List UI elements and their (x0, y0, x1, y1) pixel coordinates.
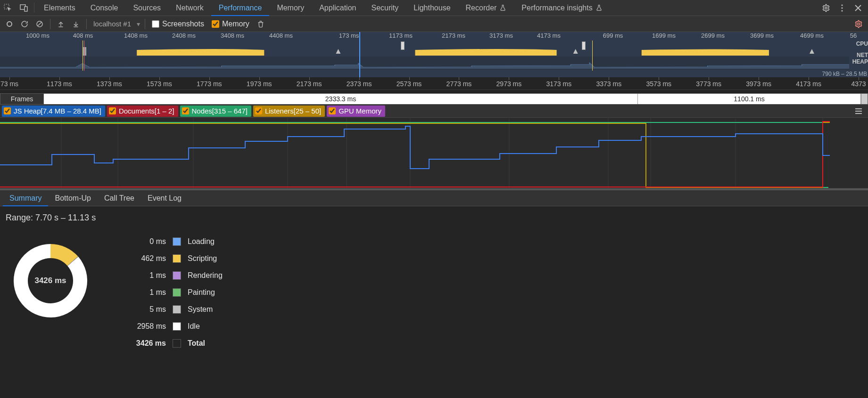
memory-legend: JS Heap[7.4 MB – 28.4 MB]Documents[1 – 2… (0, 105, 868, 118)
timeline-overview[interactable]: 1000 ms408 ms1408 ms2408 ms3408 ms4408 m… (0, 32, 868, 77)
tab-network[interactable]: Network (168, 0, 211, 16)
summary-donut-chart: 3426 ms (11, 242, 90, 320)
timescale-tick: 3573 ms (646, 80, 671, 88)
overview-heap-band (0, 57, 849, 70)
tab-memory[interactable]: Memory (269, 0, 312, 16)
summary-legend-row: 1 msPainting (114, 284, 223, 301)
details-tab-call-tree[interactable]: Call Tree (98, 190, 141, 206)
overview-tick: 3699 ms (750, 32, 774, 39)
details-tabs: SummaryBottom-UpCall TreeEvent Log (0, 188, 868, 206)
frame-scroll-knob[interactable] (861, 94, 868, 104)
svg-point-5 (841, 7, 843, 8)
close-devtools-icon[interactable] (850, 4, 866, 12)
overview-handle-right[interactable] (582, 41, 586, 50)
summary-legend-row: 5 msSystem (114, 301, 223, 318)
svg-point-8 (858, 23, 860, 25)
overview-heap-range: 790 kB – 28.5 MB (822, 71, 867, 77)
svg-marker-12 (810, 49, 814, 54)
overview-tick: 1000 ms (26, 32, 50, 39)
details-tab-bottom-up[interactable]: Bottom-Up (48, 190, 97, 206)
timescale-tick: 2973 ms (496, 80, 522, 88)
details-tab-event-log[interactable]: Event Log (141, 190, 188, 206)
overview-tick: 3173 ms (489, 32, 513, 39)
kebab-menu-icon[interactable] (834, 4, 850, 12)
device-toggle-icon[interactable] (16, 0, 32, 16)
beaker-icon (595, 4, 603, 11)
frames-track-header[interactable]: Frames (0, 94, 44, 104)
legend-chip-documents[interactable]: Documents[1 – 2] (107, 106, 178, 117)
overview-tick: 3408 ms (221, 32, 244, 39)
settings-gear-icon[interactable] (818, 4, 834, 12)
tab-elements[interactable]: Elements (36, 0, 83, 16)
frame-item[interactable]: 2333.3 ms (44, 94, 638, 104)
overview-net-label: NET (849, 52, 868, 58)
overview-tick: 173 ms (339, 32, 359, 39)
tab-performance-insights[interactable]: Performance insights (514, 0, 610, 16)
svg-marker-11 (573, 49, 578, 54)
svg-rect-2 (25, 7, 27, 11)
tab-console[interactable]: Console (83, 0, 126, 16)
tab-application[interactable]: Application (312, 0, 364, 16)
overview-tick: 2699 ms (701, 32, 725, 39)
overview-tick: 699 ms (603, 32, 623, 39)
svg-marker-10 (336, 49, 340, 54)
overview-tick: 4173 ms (537, 32, 561, 39)
summary-legend-row: 2958 msIdle (114, 318, 223, 335)
overview-tick: 1408 ms (124, 32, 148, 39)
download-profile-button[interactable] (68, 16, 83, 32)
frames-track[interactable]: Frames 2333.3 ms 1100.1 ms (0, 93, 868, 105)
timescale-tick: 4173 ms (796, 80, 821, 88)
beaker-icon (499, 4, 506, 11)
screenshots-checkbox[interactable]: Screenshots (152, 20, 204, 28)
capture-settings-gear-icon[interactable] (851, 16, 866, 32)
reload-record-button[interactable] (17, 16, 32, 32)
tabbar-divider (34, 3, 34, 13)
garbage-collect-button[interactable] (253, 16, 268, 32)
tab-lighthouse[interactable]: Lighthouse (406, 0, 458, 16)
timescale-tick: 73 ms (0, 80, 18, 88)
timescale-tick: 1173 ms (47, 80, 72, 88)
svg-rect-9 (83, 47, 86, 56)
overview-tick: 1699 ms (652, 32, 676, 39)
overview-tick: 56 (850, 32, 857, 39)
overview-tick: 1173 ms (389, 32, 413, 39)
timescale-tick: 3773 ms (696, 80, 721, 88)
recording-select[interactable]: localhost #1 ▾ (90, 18, 142, 30)
svg-point-6 (841, 10, 843, 11)
overview-tick: 2173 ms (442, 32, 465, 39)
timescale-tick: 2773 ms (446, 80, 472, 88)
overview-handle-left[interactable] (401, 41, 405, 50)
clear-button[interactable] (32, 16, 47, 32)
tab-sources[interactable]: Sources (125, 0, 168, 16)
timescale-tick: 4373 (851, 80, 866, 88)
legend-chip-nodes[interactable]: Nodes[315 – 647] (180, 106, 251, 117)
summary-range: Range: 7.70 s – 11.13 s (6, 213, 862, 223)
timescale-tick: 2173 ms (297, 80, 322, 88)
timescale-tick: 2373 ms (347, 80, 372, 88)
svg-point-4 (841, 4, 843, 6)
tab-performance[interactable]: Performance (211, 0, 270, 16)
legend-chip-listeners[interactable]: Listeners[25 – 50] (253, 106, 325, 117)
overview-cpu-band (0, 42, 849, 56)
summary-legend-row: 0 msLoading (114, 233, 223, 250)
legend-menu-icon[interactable] (851, 108, 866, 114)
frame-item[interactable]: 1100.1 ms (638, 94, 861, 104)
inspect-icon[interactable] (0, 0, 16, 16)
tab-security[interactable]: Security (364, 0, 406, 16)
details-tab-summary[interactable]: Summary (3, 190, 48, 206)
record-button[interactable] (2, 16, 17, 32)
perf-toolbar: localhost #1 ▾ Screenshots Memory (0, 16, 868, 32)
tab-recorder[interactable]: Recorder (458, 0, 514, 16)
overview-tick: 408 ms (73, 32, 93, 39)
summary-donut-total: 3426 ms (11, 242, 90, 320)
memory-chart[interactable] (0, 118, 868, 188)
legend-chip-js-heap[interactable]: JS Heap[7.4 MB – 28.4 MB] (2, 106, 105, 117)
overview-tick: 2408 ms (172, 32, 196, 39)
memory-checkbox[interactable]: Memory (212, 20, 249, 28)
timescale-tick: 3373 ms (596, 80, 621, 88)
upload-profile-button[interactable] (53, 16, 68, 32)
timescale-tick: 1773 ms (197, 80, 222, 88)
overview-tick: 4699 ms (800, 32, 824, 39)
legend-chip-gpu-memory[interactable]: GPU Memory (327, 106, 385, 117)
network-track-collapsed[interactable] (0, 89, 868, 93)
